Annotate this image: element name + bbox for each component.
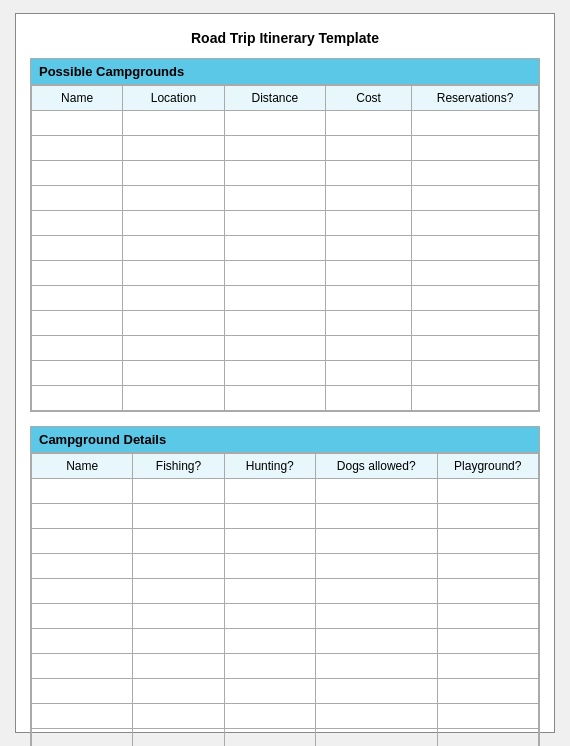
col-name: Name — [32, 86, 123, 111]
col-cost: Cost — [326, 86, 412, 111]
table-row — [32, 729, 539, 747]
table-row — [32, 386, 539, 411]
details-header: Campground Details — [31, 427, 539, 453]
table-row — [32, 361, 539, 386]
details-table: Name Fishing? Hunting? Dogs allowed? Pla… — [31, 453, 539, 746]
campgrounds-header: Possible Campgrounds — [31, 59, 539, 85]
detail-col-playground: Playground? — [437, 454, 538, 479]
detail-col-name: Name — [32, 454, 133, 479]
table-row — [32, 286, 539, 311]
detail-col-fishing: Fishing? — [133, 454, 224, 479]
col-reservations: Reservations? — [412, 86, 539, 111]
campgrounds-table: Name Location Distance Cost Reservations… — [31, 85, 539, 411]
campgrounds-body — [32, 111, 539, 411]
table-row — [32, 161, 539, 186]
table-row — [32, 679, 539, 704]
table-row — [32, 704, 539, 729]
table-row — [32, 336, 539, 361]
table-row — [32, 629, 539, 654]
table-row — [32, 504, 539, 529]
campgrounds-section: Possible Campgrounds Name Location Dista… — [30, 58, 540, 412]
page-title: Road Trip Itinerary Template — [30, 30, 540, 46]
detail-col-dogs: Dogs allowed? — [315, 454, 437, 479]
table-row — [32, 136, 539, 161]
table-row — [32, 579, 539, 604]
table-row — [32, 311, 539, 336]
detail-col-hunting: Hunting? — [224, 454, 315, 479]
table-row — [32, 211, 539, 236]
table-row — [32, 236, 539, 261]
table-row — [32, 479, 539, 504]
details-body — [32, 479, 539, 747]
table-row — [32, 261, 539, 286]
details-section: Campground Details Name Fishing? Hunting… — [30, 426, 540, 746]
table-row — [32, 111, 539, 136]
table-row — [32, 654, 539, 679]
table-row — [32, 186, 539, 211]
table-row — [32, 604, 539, 629]
table-row — [32, 529, 539, 554]
table-row — [32, 554, 539, 579]
page-container: Road Trip Itinerary Template Possible Ca… — [15, 13, 555, 733]
col-location: Location — [123, 86, 224, 111]
col-distance: Distance — [224, 86, 325, 111]
